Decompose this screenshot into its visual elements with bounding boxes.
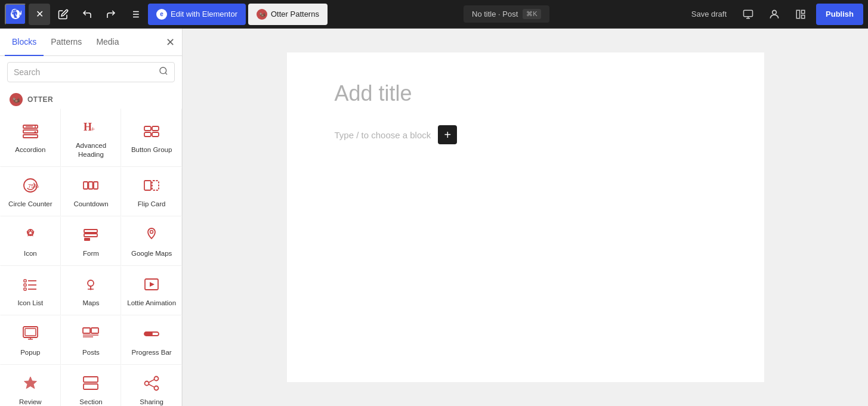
svg-rect-25 [152,126,159,131]
svg-rect-66 [84,384,98,389]
edit-pen-button[interactable] [52,4,74,25]
svg-line-14 [165,73,167,75]
wp-logo-icon [10,8,21,20]
sidebar-close-button[interactable]: ✕ [163,33,177,51]
tab-media[interactable]: Media [89,29,126,56]
svg-rect-46 [24,284,26,286]
sharing-label: Sharing [140,398,163,406]
google-maps-icon [141,224,162,246]
list-view-button[interactable] [124,4,146,25]
add-block-button[interactable]: + [438,125,457,144]
lottie-animation-label: Lottie Animation [127,299,176,308]
button-group-label: Button Group [131,145,172,154]
posts-label: Posts [82,348,100,357]
otter-patterns-label: Otter Patterns [271,10,319,18]
elementor-icon: e [156,9,167,20]
countdown-icon [80,175,101,196]
block-item-accordion[interactable]: Accordion [0,109,61,167]
post-title-text: No title · Post [472,10,518,18]
block-item-lottie-animation[interactable]: Lottie Animation [121,266,182,315]
svg-rect-48 [24,288,26,290]
block-item-button-group[interactable]: Button Group [121,109,182,167]
circle-counter-label: Circle Counter [8,200,52,209]
edit-elementor-button[interactable]: e Edit with Elementor [148,4,246,25]
sidebar: Blocks Patterns Media ✕ 🦦 OTTER Accordio… [0,29,183,406]
publish-button[interactable]: Publish [816,4,863,25]
svg-point-9 [773,10,777,14]
account-button[interactable] [764,4,785,25]
close-button[interactable]: ✕ [29,4,50,25]
svg-point-51 [90,288,92,290]
wp-logo-button[interactable] [5,4,26,25]
block-item-sharing[interactable]: Sharing [121,365,182,406]
svg-line-70 [149,379,154,382]
block-item-icon[interactable]: Icon [0,216,61,266]
lottie-animation-icon [141,274,162,295]
search-button[interactable] [159,66,168,78]
block-item-advanced-heading[interactable]: H+Advanced Heading [61,109,122,167]
google-maps-label: Google Maps [131,249,172,258]
svg-rect-41 [84,234,97,237]
svg-rect-33 [94,182,98,189]
add-title-placeholder[interactable]: Add title [335,81,716,106]
block-item-maps[interactable]: Maps [61,266,122,315]
progress-bar-icon [141,323,162,345]
block-item-icon-list[interactable]: Icon List [0,266,61,315]
block-item-review[interactable]: Review [0,365,61,406]
view-button[interactable] [737,4,759,25]
svg-rect-36 [144,181,151,190]
advanced-heading-label: Advanced Heading [66,141,116,159]
svg-point-50 [88,280,94,286]
block-item-circle-counter[interactable]: 75%Circle Counter [0,167,61,216]
tab-patterns[interactable]: Patterns [44,29,89,56]
block-item-section[interactable]: Section [61,365,122,406]
svg-line-71 [149,384,154,387]
block-item-progress-bar[interactable]: Progress Bar [121,315,182,365]
svg-point-68 [145,381,149,385]
form-icon [80,224,101,246]
monitor-icon [743,9,753,20]
svg-point-13 [160,67,166,74]
account-icon [768,8,780,20]
block-item-countdown[interactable]: Countdown [61,167,122,216]
svg-rect-26 [144,132,151,137]
layout-button[interactable] [790,4,811,25]
svg-rect-24 [144,126,151,131]
posts-icon [80,323,101,345]
svg-marker-53 [150,282,155,287]
save-draft-button[interactable]: Save draft [685,6,733,22]
editor-canvas: Add title Type / to choose a block + [287,52,764,382]
edit-elementor-label: Edit with Elementor [171,10,237,18]
flip-card-icon [141,175,162,196]
undo-button[interactable] [76,4,98,25]
toolbar-left: ✕ e [5,4,328,25]
svg-rect-63 [144,332,153,336]
countdown-label: Countdown [73,200,108,209]
maps-label: Maps [82,299,99,308]
svg-point-67 [155,376,159,380]
svg-text:+: + [91,125,95,134]
redo-icon [106,9,116,20]
icon-list-icon [20,274,41,295]
block-item-posts[interactable]: Posts [61,315,122,365]
svg-rect-21 [23,135,38,138]
block-item-flip-card[interactable]: Flip Card [121,167,182,216]
block-item-form[interactable]: Form [61,216,122,266]
block-item-google-maps[interactable]: Google Maps [121,216,182,266]
list-icon [129,9,140,20]
svg-rect-27 [152,132,159,137]
advanced-heading-icon: H+ [80,116,101,138]
block-item-popup[interactable]: Popup [0,315,61,365]
tab-blocks[interactable]: Blocks [5,29,44,56]
search-input[interactable] [14,67,154,77]
sharing-icon [141,373,162,394]
svg-rect-6 [744,10,753,17]
otter-patterns-button[interactable]: 🦦 Otter Patterns [248,4,328,25]
main-layout: Blocks Patterns Media ✕ 🦦 OTTER Accordio… [0,29,868,406]
post-title-area[interactable]: No title · Post ⌘K [464,5,549,23]
circle-counter-icon: 75% [20,175,41,196]
progress-bar-label: Progress Bar [132,348,172,357]
svg-rect-58 [83,328,90,333]
popup-label: Popup [20,348,40,357]
redo-button[interactable] [100,4,122,25]
